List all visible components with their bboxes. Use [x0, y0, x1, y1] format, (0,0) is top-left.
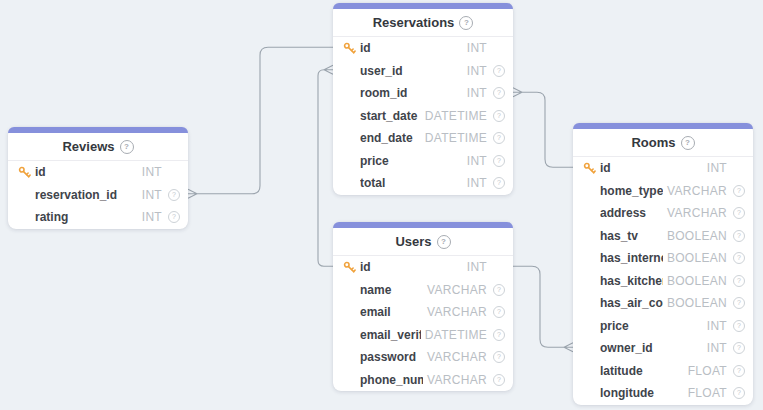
crows-foot-reservations-room_id	[513, 88, 522, 97]
field-name: has_internet	[600, 251, 663, 265]
field-name: home_type	[600, 184, 663, 198]
field-row-reservations-end_date[interactable]: end_date DATETIME ?	[333, 127, 513, 150]
field-row-rooms-has_internet[interactable]: has_internet BOOLEAN ?	[573, 247, 753, 270]
field-help-icon[interactable]: ?	[733, 387, 745, 399]
field-help-icon[interactable]: ?	[493, 351, 505, 363]
field-help-icon[interactable]: ?	[168, 211, 180, 223]
field-row-rooms-latitude[interactable]: latitude FLOAT ?	[573, 360, 753, 383]
field-help-icon[interactable]: ?	[733, 342, 745, 354]
field-type: DATETIME	[425, 328, 487, 342]
field-row-rooms-id[interactable]: id INT	[573, 157, 753, 180]
field-help-icon[interactable]: ?	[733, 185, 745, 197]
field-name: reservation_id	[35, 188, 138, 202]
field-row-users-email[interactable]: email VARCHAR ?	[333, 301, 513, 324]
field-help-icon[interactable]: ?	[493, 306, 505, 318]
table-header: Reviews ?	[8, 133, 188, 161]
table-help-icon[interactable]: ?	[120, 140, 134, 154]
field-row-reservations-price[interactable]: price INT ?	[333, 150, 513, 173]
field-help-icon[interactable]: ?	[493, 65, 505, 77]
field-type: INT	[142, 165, 162, 179]
field-row-users-name[interactable]: name VARCHAR ?	[333, 279, 513, 302]
field-help-icon[interactable]: ?	[493, 132, 505, 144]
field-type: FLOAT	[688, 386, 727, 400]
field-row-reviews-reservation_id[interactable]: reservation_id INT ?	[8, 184, 188, 207]
field-row-reservations-id[interactable]: id INT	[333, 37, 513, 60]
field-row-rooms-price[interactable]: price INT ?	[573, 315, 753, 338]
field-help-icon[interactable]: ?	[733, 252, 745, 264]
field-help-icon[interactable]: ?	[493, 155, 505, 167]
table-help-icon[interactable]: ?	[681, 136, 695, 150]
crows-foot-reviews-reservation_id	[188, 189, 197, 198]
table-card-reviews[interactable]: Reviews ? id INT reservation_id INT ? ra…	[8, 127, 188, 229]
field-type: INT	[467, 86, 487, 100]
field-help-icon[interactable]: ?	[493, 284, 505, 296]
field-row-users-password[interactable]: password VARCHAR ?	[333, 346, 513, 369]
key-slot	[343, 42, 360, 55]
table-card-users[interactable]: Users ? id INT name VARCHAR ? email VARC…	[333, 222, 513, 391]
field-row-reservations-user_id[interactable]: user_id INT ?	[333, 60, 513, 83]
field-help-icon[interactable]: ?	[733, 320, 745, 332]
field-help-icon[interactable]: ?	[168, 189, 180, 201]
field-help-icon[interactable]: ?	[733, 230, 745, 242]
er-diagram-canvas[interactable]: { "canvas": { "background_color": "#edf1…	[0, 0, 763, 410]
crows-foot-reservations-user_id	[324, 65, 333, 74]
field-row-rooms-owner_id[interactable]: owner_id INT ?	[573, 337, 753, 360]
field-row-users-email_verified_[interactable]: email_verified_ DATETIME ?	[333, 324, 513, 347]
relationship-line-reviews-reservation_id[interactable]	[197, 47, 333, 194]
field-type: INT	[467, 64, 487, 78]
field-name: longitude	[600, 386, 684, 400]
field-type: BOOLEAN	[667, 229, 727, 243]
table-fields: id INT user_id INT ? room_id INT ? start…	[333, 37, 513, 195]
field-help-icon[interactable]: ?	[733, 365, 745, 377]
field-type: VARCHAR	[667, 206, 727, 220]
field-help-icon[interactable]: ?	[733, 207, 745, 219]
field-name: has_kitchen	[600, 274, 663, 288]
field-row-rooms-has_tv[interactable]: has_tv BOOLEAN ?	[573, 225, 753, 248]
field-name: name	[360, 283, 423, 297]
table-title-users: Users	[395, 234, 431, 249]
field-row-rooms-address[interactable]: address VARCHAR ?	[573, 202, 753, 225]
key-slot	[583, 162, 600, 175]
relationship-line-reservations-room_id[interactable]	[522, 92, 573, 167]
table-card-rooms[interactable]: Rooms ? id INT home_type VARCHAR ? addre…	[573, 123, 753, 405]
field-help-icon[interactable]: ?	[493, 87, 505, 99]
relationship-line-reservations-user_id[interactable]	[318, 70, 333, 267]
field-row-rooms-home_type[interactable]: home_type VARCHAR ?	[573, 180, 753, 203]
field-name: has_tv	[600, 229, 663, 243]
field-help-icon[interactable]: ?	[493, 177, 505, 189]
crows-foot-rooms-owner_id	[564, 343, 573, 352]
field-help-icon[interactable]: ?	[733, 297, 745, 309]
field-name: room_id	[360, 86, 463, 100]
field-row-rooms-has_air_con[interactable]: has_air_con BOOLEAN ?	[573, 292, 753, 315]
table-fields: id INT reservation_id INT ? rating INT ?	[8, 161, 188, 229]
field-type: VARCHAR	[427, 373, 487, 387]
field-row-reviews-id[interactable]: id INT	[8, 161, 188, 184]
field-help-icon[interactable]: ?	[733, 275, 745, 287]
field-row-users-phone_numbe[interactable]: phone_numbe VARCHAR ?	[333, 369, 513, 392]
field-name: rating	[35, 210, 138, 224]
field-name: owner_id	[600, 341, 703, 355]
field-row-users-id[interactable]: id INT	[333, 256, 513, 279]
field-help-icon[interactable]: ?	[493, 329, 505, 341]
field-name: start_date	[360, 109, 421, 123]
field-type: BOOLEAN	[667, 296, 727, 310]
table-card-reservations[interactable]: Reservations ? id INT user_id INT ? room…	[333, 3, 513, 195]
table-header: Users ?	[333, 228, 513, 256]
table-help-icon[interactable]: ?	[437, 235, 451, 249]
relationship-line-rooms-owner_id[interactable]	[513, 266, 564, 347]
field-name: password	[360, 350, 423, 364]
field-row-reservations-start_date[interactable]: start_date DATETIME ?	[333, 105, 513, 128]
field-type: BOOLEAN	[667, 274, 727, 288]
table-fields: id INT home_type VARCHAR ? address VARCH…	[573, 157, 753, 405]
field-row-rooms-longitude[interactable]: longitude FLOAT ?	[573, 382, 753, 405]
field-name: email	[360, 305, 423, 319]
field-row-reviews-rating[interactable]: rating INT ?	[8, 206, 188, 229]
table-help-icon[interactable]: ?	[459, 16, 473, 30]
field-type: VARCHAR	[667, 184, 727, 198]
field-help-icon[interactable]: ?	[493, 110, 505, 122]
field-help-icon[interactable]: ?	[493, 374, 505, 386]
field-row-reservations-total[interactable]: total INT ?	[333, 172, 513, 195]
field-row-rooms-has_kitchen[interactable]: has_kitchen BOOLEAN ?	[573, 270, 753, 293]
field-name: id	[600, 161, 703, 175]
field-row-reservations-room_id[interactable]: room_id INT ?	[333, 82, 513, 105]
